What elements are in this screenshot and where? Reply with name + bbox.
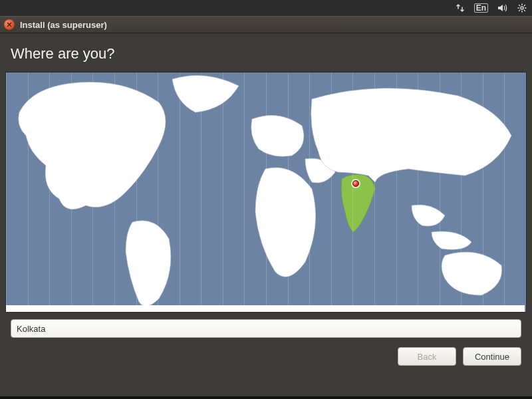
timezone-input[interactable] — [11, 319, 521, 338]
svg-line-8 — [519, 10, 520, 11]
gear-icon[interactable] — [517, 3, 527, 13]
timezone-map[interactable] — [5, 72, 527, 313]
continue-button[interactable]: Continue — [463, 347, 521, 366]
back-button[interactable]: Back — [398, 347, 456, 366]
svg-point-0 — [521, 7, 523, 9]
network-icon[interactable] — [456, 3, 465, 13]
svg-line-6 — [524, 10, 525, 11]
volume-icon[interactable] — [497, 3, 508, 13]
close-icon[interactable] — [4, 19, 15, 30]
window-titlebar[interactable]: Install (as superuser) — [0, 16, 532, 33]
svg-line-5 — [519, 5, 520, 6]
window-title: Install (as superuser) — [20, 20, 107, 30]
bottom-edge — [0, 396, 532, 399]
timezone-input-row — [0, 313, 532, 338]
nav-button-row: Back Continue — [0, 338, 532, 366]
world-map-svg — [6, 72, 525, 313]
installer-step-panel: Where are you? — [0, 33, 532, 399]
top-menubar: En — [0, 0, 532, 16]
keyboard-lang-indicator[interactable]: En — [474, 3, 488, 13]
page-title: Where are you? — [0, 33, 532, 72]
svg-line-7 — [524, 5, 525, 6]
location-pin — [352, 180, 359, 187]
